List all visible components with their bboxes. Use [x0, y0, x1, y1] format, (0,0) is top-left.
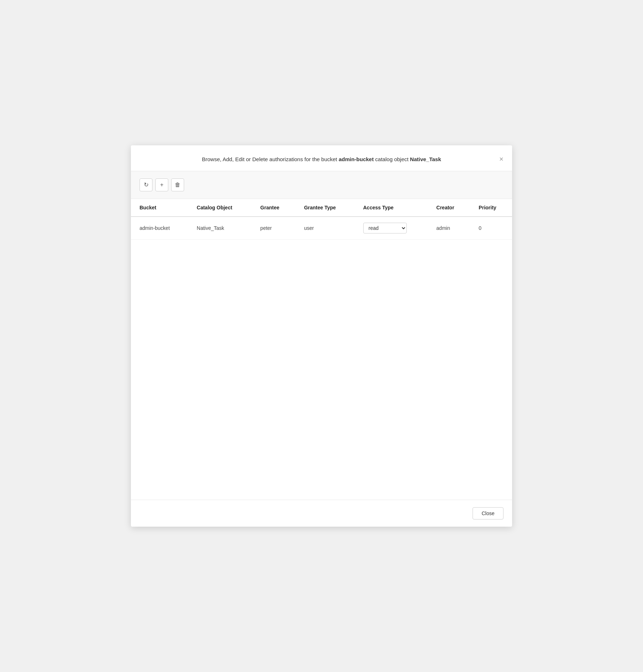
table-head: Bucket Catalog Object Grantee Grantee Ty… [131, 199, 512, 217]
table-wrapper: Bucket Catalog Object Grantee Grantee Ty… [131, 199, 512, 240]
access-type-select[interactable]: readwriteadminnoAccess [363, 223, 407, 233]
title-object: Native_Task [410, 156, 441, 162]
delete-button[interactable]: 🗑 [171, 178, 184, 191]
col-bucket: Bucket [131, 199, 188, 217]
col-access-type: Access Type [355, 199, 428, 217]
close-icon-button[interactable]: × [498, 154, 505, 164]
cell-grantee: peter [252, 217, 296, 240]
delete-icon: 🗑 [175, 182, 181, 188]
table-row: admin-bucketNative_Taskpeteruserreadwrit… [131, 217, 512, 240]
close-button[interactable]: Close [473, 507, 503, 519]
add-button[interactable]: + [155, 178, 168, 191]
title-middle: catalog object [374, 156, 410, 162]
close-icon: × [499, 155, 503, 163]
dialog-header: Browse, Add, Edit or Delete authorizatio… [131, 145, 512, 171]
col-creator: Creator [428, 199, 470, 217]
col-grantee: Grantee [252, 199, 296, 217]
title-prefix: Browse, Add, Edit or Delete authorizatio… [202, 156, 338, 162]
authorization-dialog: Browse, Add, Edit or Delete authorizatio… [131, 145, 512, 527]
toolbar: ↻ + 🗑 [131, 171, 512, 199]
dialog-footer: Close [131, 500, 512, 527]
refresh-icon: ↻ [144, 181, 149, 188]
cell-creator: admin [428, 217, 470, 240]
cell-access-type: readwriteadminnoAccess [355, 217, 428, 240]
table-header-row: Bucket Catalog Object Grantee Grantee Ty… [131, 199, 512, 217]
cell-catalog-object: Native_Task [188, 217, 252, 240]
col-grantee-type: Grantee Type [295, 199, 354, 217]
cell-grantee-type: user [295, 217, 354, 240]
cell-bucket: admin-bucket [131, 217, 188, 240]
table-content: Bucket Catalog Object Grantee Grantee Ty… [131, 199, 512, 500]
add-icon: + [160, 182, 163, 188]
title-bucket: admin-bucket [339, 156, 374, 162]
table-body: admin-bucketNative_Taskpeteruserreadwrit… [131, 217, 512, 240]
cell-priority: 0 [470, 217, 512, 240]
col-priority: Priority [470, 199, 512, 217]
authorizations-table: Bucket Catalog Object Grantee Grantee Ty… [131, 199, 512, 240]
close-button-label: Close [482, 510, 494, 516]
dialog-title: Browse, Add, Edit or Delete authorizatio… [148, 155, 495, 164]
col-catalog-object: Catalog Object [188, 199, 252, 217]
refresh-button[interactable]: ↻ [140, 178, 152, 191]
